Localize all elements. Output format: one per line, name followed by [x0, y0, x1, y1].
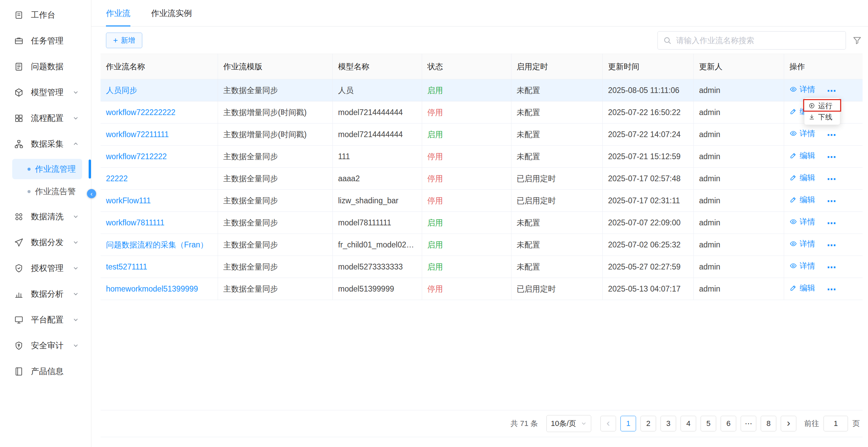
row-primary-action-button[interactable]: 详情	[790, 217, 815, 227]
sidebar-item-security-audit[interactable]: 安全审计	[0, 333, 91, 358]
page-button-6[interactable]: 6	[721, 416, 736, 431]
status-text: 启用	[428, 130, 443, 139]
page-unit-label: 页	[852, 418, 860, 429]
sidebar-subitem-workflow-management[interactable]: 作业流管理	[12, 159, 82, 179]
page-button-1[interactable]: 1	[620, 416, 636, 431]
add-button[interactable]: + 新增	[106, 33, 142, 48]
sidebar-item-data-distribution[interactable]: 数据分发	[0, 229, 91, 255]
row-primary-action-button[interactable]: 编辑	[790, 194, 815, 205]
cell-model: 111	[332, 146, 422, 168]
sidebar-item-model-management[interactable]: 模型管理	[0, 79, 91, 105]
row-more-button[interactable]: ⋯	[827, 174, 836, 184]
row-more-button[interactable]: ⋯	[827, 86, 836, 96]
tab-workflow-instance[interactable]: 作业流实例	[151, 0, 192, 26]
sidebar-item-issue-data[interactable]: 问题数据	[0, 54, 91, 79]
workflow-name-link[interactable]: workFlow111	[106, 196, 151, 205]
filter-icon[interactable]	[852, 35, 862, 45]
status-text: 启用	[428, 86, 443, 95]
analysis-icon	[14, 289, 24, 299]
sidebar-item-auth-management[interactable]: 授权管理	[0, 255, 91, 281]
sidebar-item-data-cleaning[interactable]: 数据清洗	[0, 204, 91, 229]
dropdown-item-run[interactable]: 运行	[804, 100, 840, 111]
status-text: 启用	[428, 218, 443, 227]
workflow-name-link[interactable]: 人员同步	[106, 86, 137, 95]
task-icon	[14, 36, 24, 46]
table-row: workflow7212222 主数据全量同步 111 停用 未配置 2025-…	[101, 146, 863, 168]
sidebar-collapse-button[interactable]: ‹	[87, 189, 96, 198]
row-primary-action-button[interactable]: 详情	[790, 261, 815, 271]
cell-template: 主数据全量同步	[218, 256, 332, 278]
status-text: 停用	[428, 196, 443, 205]
sidebar-subitem-workflow-alert[interactable]: 作业流告警	[12, 181, 82, 202]
search-input[interactable]	[657, 31, 846, 50]
cell-model: model78111111	[332, 212, 422, 234]
cell-template: 主数据全量同步	[218, 278, 332, 300]
dropdown-item-label: 运行	[818, 101, 832, 111]
sidebar-item-data-collection[interactable]: 数据采集	[0, 131, 91, 157]
cell-status: 停用	[422, 278, 511, 300]
workflow-name-link[interactable]: workflow722222222	[106, 108, 176, 117]
row-more-button[interactable]: ⋯	[827, 284, 836, 295]
cell-model: model7214444444	[332, 101, 422, 124]
row-more-button[interactable]: ⋯	[827, 262, 836, 273]
workflow-name-link[interactable]: workflow72211111	[106, 130, 169, 139]
sidebar-item-data-analysis[interactable]: 数据分析	[0, 281, 91, 307]
sidebar-item-platform-config[interactable]: 平台配置	[0, 307, 91, 333]
eye-icon	[790, 86, 797, 93]
row-primary-action-button[interactable]: 编辑	[790, 283, 815, 293]
cell-operations: 详情 ⋯	[784, 256, 863, 278]
workflow-name-link[interactable]: workflow7811111	[106, 218, 164, 227]
cell-template: 主数据增量同步(时间戳)	[218, 101, 332, 124]
offline-icon	[809, 114, 815, 120]
sidebar-item-product-info[interactable]: 产品信息	[0, 358, 91, 384]
status-text: 停用	[428, 152, 443, 161]
workflow-name-link[interactable]: test5271111	[106, 262, 147, 271]
row-primary-action-button[interactable]: 编辑	[790, 172, 815, 183]
sidebar-item-workbench[interactable]: 工作台	[0, 2, 91, 28]
cell-updated: 2025-07-21 15:12:59	[602, 146, 693, 168]
workflow-name-link[interactable]: 问题数据流程的采集（Fran）	[106, 240, 208, 249]
column-header-updater: 更新人	[693, 54, 784, 79]
workflow-name-link[interactable]: 22222	[106, 174, 128, 183]
main-content: 作业流 作业流实例 + 新增 作业流名称	[91, 0, 868, 447]
page-button-3[interactable]: 3	[661, 416, 676, 431]
workflow-name-link[interactable]: workflow7212222	[106, 152, 167, 161]
row-more-button[interactable]: ⋯	[827, 240, 836, 250]
cell-model: aaaa2	[332, 168, 422, 190]
cell-model: fr_child01_model02_01	[332, 234, 422, 256]
distribute-icon	[14, 238, 24, 247]
status-text: 启用	[428, 240, 443, 249]
page-ellipsis-button[interactable]: ⋯	[741, 416, 756, 431]
column-header-timer: 启用定时	[511, 54, 602, 79]
goto-page-input[interactable]	[824, 416, 848, 431]
workflow-name-link[interactable]: homeworkmodel51399999	[106, 284, 198, 293]
tab-workflow[interactable]: 作业流	[106, 0, 130, 26]
page-size-select[interactable]: 10条/页	[546, 415, 591, 432]
row-more-button[interactable]: ⋯	[827, 196, 836, 206]
cell-model: model5273333333	[332, 256, 422, 278]
row-primary-action-button[interactable]: 详情	[790, 84, 815, 95]
sidebar-item-task-management[interactable]: 任务管理	[0, 28, 91, 54]
dropdown-item-offline[interactable]: 下线	[804, 111, 840, 123]
page-button-5[interactable]: 5	[701, 416, 716, 431]
page-button-2[interactable]: 2	[640, 416, 656, 431]
prev-icon: ‹	[607, 417, 610, 429]
row-more-button[interactable]: ⋯	[827, 130, 836, 140]
row-more-button[interactable]: ⋯	[827, 152, 836, 162]
row-primary-action-button[interactable]: 详情	[790, 128, 815, 139]
sidebar-item-label: 数据清洗	[31, 211, 64, 222]
next-page-button[interactable]: ›	[781, 416, 796, 431]
row-more-button[interactable]: ⋯	[827, 218, 836, 228]
cell-timer: 未配置	[511, 101, 602, 124]
page-button-4[interactable]: 4	[681, 416, 696, 431]
sidebar-item-process-config[interactable]: 流程配置	[0, 105, 91, 131]
sidebar-item-label: 任务管理	[31, 35, 64, 46]
plus-icon: +	[113, 36, 118, 44]
page-button-8[interactable]: 8	[761, 416, 776, 431]
cell-template: 主数据增量同步(时间戳)	[218, 124, 332, 146]
row-primary-action-button[interactable]: 详情	[790, 239, 815, 249]
row-primary-action-button[interactable]: 编辑	[790, 150, 815, 161]
prev-page-button[interactable]: ‹	[600, 416, 616, 431]
chevron-down-icon	[581, 421, 587, 427]
table-row: workFlow111 主数据全量同步 lizw_shading_bar 停用 …	[101, 190, 863, 212]
